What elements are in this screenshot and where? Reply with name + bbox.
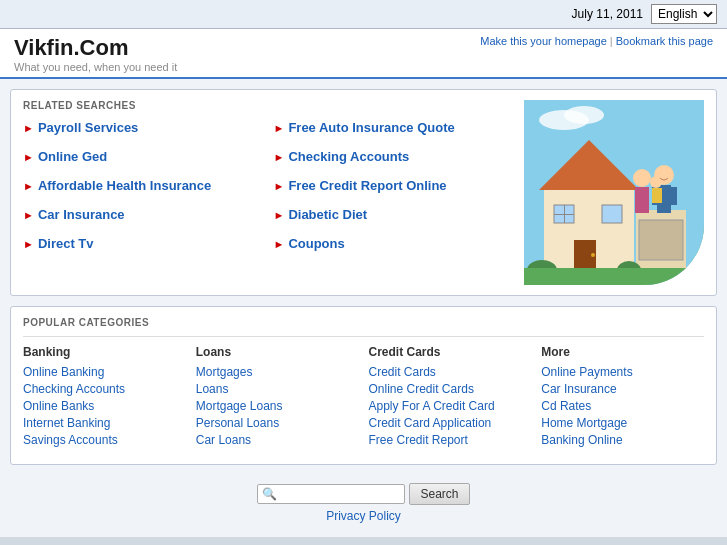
- related-link[interactable]: Affordable Health Insurance: [38, 178, 211, 193]
- category-link[interactable]: Personal Loans: [196, 416, 359, 430]
- related-link[interactable]: Payroll Services: [38, 120, 138, 135]
- homepage-link[interactable]: Make this your homepage: [480, 35, 607, 47]
- category-heading: Loans: [196, 345, 359, 359]
- house-image: [524, 100, 704, 285]
- category-link[interactable]: Car Loans: [196, 433, 359, 447]
- related-item: ►Free Credit Report Online: [274, 178, 525, 193]
- related-link[interactable]: Free Auto Insurance Quote: [288, 120, 454, 135]
- svg-point-2: [564, 106, 604, 124]
- popular-panel: POPULAR CATEGORIES BankingOnline Banking…: [10, 306, 717, 465]
- red-arrow-icon: ►: [274, 180, 285, 192]
- svg-rect-21: [635, 187, 649, 213]
- related-item: ►Car Insurance: [23, 207, 274, 222]
- related-link[interactable]: Online Ged: [38, 149, 107, 164]
- header-links: Make this your homepage | Bookmark this …: [480, 35, 713, 47]
- category-heading: More: [541, 345, 704, 359]
- category-link[interactable]: Online Credit Cards: [369, 382, 532, 396]
- header: Vikfin.Com What you need, when you need …: [0, 29, 727, 79]
- categories-grid: BankingOnline BankingChecking AccountsOn…: [23, 336, 704, 450]
- related-item: ►Diabetic Diet: [274, 207, 525, 222]
- svg-rect-7: [554, 214, 574, 215]
- red-arrow-icon: ►: [23, 122, 34, 134]
- category-link[interactable]: Banking Online: [541, 433, 704, 447]
- top-bar-right: July 11, 2011 English: [572, 4, 717, 24]
- related-link[interactable]: Direct Tv: [38, 236, 94, 251]
- category-col-banking: BankingOnline BankingChecking AccountsOn…: [23, 345, 186, 450]
- related-links: ►Payroll Services►Online Ged►Affordable …: [23, 120, 524, 285]
- category-link[interactable]: Credit Cards: [369, 365, 532, 379]
- date-label: July 11, 2011: [572, 7, 643, 21]
- search-icon: 🔍: [262, 487, 277, 501]
- category-link[interactable]: Savings Accounts: [23, 433, 186, 447]
- red-arrow-icon: ►: [274, 209, 285, 221]
- search-input[interactable]: [280, 487, 400, 501]
- site-tagline: What you need, when you need it: [14, 61, 177, 73]
- category-link[interactable]: Mortgage Loans: [196, 399, 359, 413]
- language-select[interactable]: English: [651, 4, 717, 24]
- category-link[interactable]: Home Mortgage: [541, 416, 704, 430]
- related-link[interactable]: Checking Accounts: [288, 149, 409, 164]
- svg-rect-23: [652, 188, 662, 203]
- category-link[interactable]: Mortgages: [196, 365, 359, 379]
- category-link[interactable]: Car Insurance: [541, 382, 704, 396]
- related-col-2: ►Free Auto Insurance Quote►Checking Acco…: [274, 120, 525, 285]
- svg-point-10: [591, 253, 595, 257]
- related-col-1: ►Payroll Services►Online Ged►Affordable …: [23, 120, 274, 285]
- red-arrow-icon: ►: [23, 209, 34, 221]
- related-item: ►Direct Tv: [23, 236, 274, 251]
- main-content: RELATED SEARCHES ►Payroll Services►Onlin…: [0, 79, 727, 537]
- category-col-creditcards: Credit CardsCredit CardsOnline Credit Ca…: [369, 345, 532, 450]
- popular-label: POPULAR CATEGORIES: [23, 317, 704, 328]
- category-link[interactable]: Apply For A Credit Card: [369, 399, 532, 413]
- search-area: 🔍 Search Privacy Policy: [10, 475, 717, 527]
- category-heading: Banking: [23, 345, 186, 359]
- related-panel: RELATED SEARCHES ►Payroll Services►Onlin…: [10, 89, 717, 296]
- category-col-loans: LoansMortgagesLoansMortgage LoansPersona…: [196, 345, 359, 450]
- related-link[interactable]: Coupons: [288, 236, 344, 251]
- related-item: ►Free Auto Insurance Quote: [274, 120, 525, 135]
- bookmark-link[interactable]: Bookmark this page: [616, 35, 713, 47]
- search-button[interactable]: Search: [409, 483, 469, 505]
- red-arrow-icon: ►: [274, 122, 285, 134]
- category-link[interactable]: Online Banking: [23, 365, 186, 379]
- related-item: ►Checking Accounts: [274, 149, 525, 164]
- red-arrow-icon: ►: [274, 151, 285, 163]
- svg-rect-19: [669, 187, 677, 205]
- privacy-link[interactable]: Privacy Policy: [10, 509, 717, 523]
- category-col-more: MoreOnline PaymentsCar InsuranceCd Rates…: [541, 345, 704, 450]
- related-link[interactable]: Car Insurance: [38, 207, 125, 222]
- related-label: RELATED SEARCHES: [23, 100, 136, 111]
- search-form: 🔍 Search: [257, 483, 469, 505]
- related-item: ►Payroll Services: [23, 120, 274, 135]
- category-link[interactable]: Internet Banking: [23, 416, 186, 430]
- site-title: Vikfin.Com: [14, 35, 177, 61]
- category-link[interactable]: Free Credit Report: [369, 433, 532, 447]
- related-item: ►Affordable Health Insurance: [23, 178, 274, 193]
- red-arrow-icon: ►: [23, 180, 34, 192]
- related-link[interactable]: Diabetic Diet: [288, 207, 367, 222]
- red-arrow-icon: ►: [274, 238, 285, 250]
- related-item: ►Coupons: [274, 236, 525, 251]
- category-link[interactable]: Checking Accounts: [23, 382, 186, 396]
- top-bar: July 11, 2011 English: [0, 0, 727, 29]
- related-item: ►Online Ged: [23, 149, 274, 164]
- svg-rect-12: [639, 220, 683, 260]
- category-link[interactable]: Cd Rates: [541, 399, 704, 413]
- svg-rect-15: [524, 268, 704, 285]
- category-link[interactable]: Credit Card Application: [369, 416, 532, 430]
- category-link[interactable]: Online Payments: [541, 365, 704, 379]
- red-arrow-icon: ►: [23, 238, 34, 250]
- related-link[interactable]: Free Credit Report Online: [288, 178, 446, 193]
- category-link[interactable]: Loans: [196, 382, 359, 396]
- svg-point-20: [633, 169, 651, 187]
- search-input-wrap: 🔍: [257, 484, 405, 504]
- category-link[interactable]: Online Banks: [23, 399, 186, 413]
- svg-rect-8: [602, 205, 622, 223]
- red-arrow-icon: ►: [23, 151, 34, 163]
- category-heading: Credit Cards: [369, 345, 532, 359]
